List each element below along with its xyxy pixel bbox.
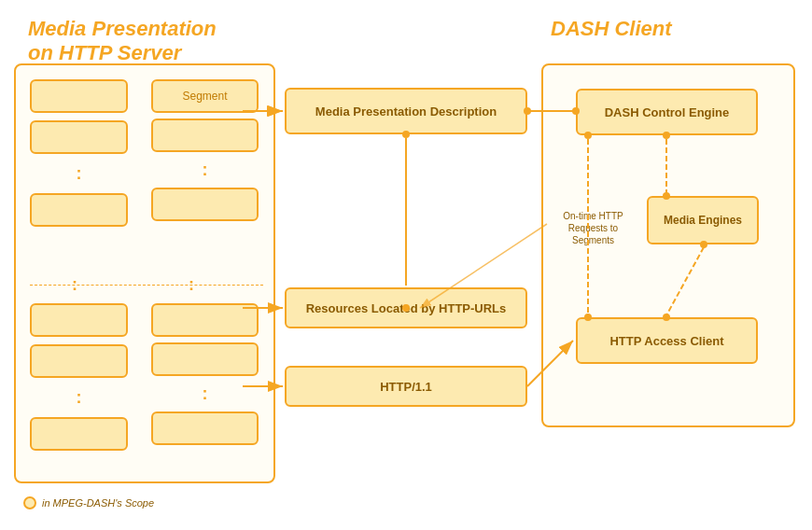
segment-block-r2 [151, 119, 259, 152]
segment-label-box: Segment [151, 79, 259, 113]
segment-block-b2 [30, 344, 128, 378]
server-box: : Segment : : : : : [14, 63, 275, 483]
http11-box: HTTP/1.1 [285, 366, 527, 407]
server-col-right-bottom: : [151, 303, 259, 467]
http-access-box: HTTP Access Client [576, 317, 758, 364]
legend: in MPEG-DASH's Scope [23, 496, 154, 509]
segment-block-b3 [30, 417, 128, 451]
dash-control-box: DASH Control Engine [576, 89, 758, 135]
segment-block-3 [30, 193, 128, 227]
title-right: DASH Client [551, 17, 672, 41]
on-time-text: On-time HTTP Requests to Segments [549, 210, 637, 246]
legend-label: in MPEG-DASH's Scope [42, 497, 154, 509]
segment-block-2 [30, 120, 128, 154]
segment-block-rb3 [151, 411, 259, 445]
legend-circle [23, 496, 36, 509]
server-col-right-top: Segment : [151, 79, 259, 257]
server-divider [30, 285, 263, 286]
media-engines-box: Media Engines [647, 196, 759, 244]
segment-block-b1 [30, 303, 128, 337]
dots-1: : [30, 161, 128, 186]
diagram-container: Media Presentation on HTTP Server DASH C… [0, 0, 812, 530]
dots-between-left: : [72, 275, 77, 295]
segment-block-1 [30, 79, 128, 113]
dots-rb1: : [151, 382, 259, 406]
segment-block-rb2 [151, 342, 259, 376]
dots-r1: : [151, 158, 259, 182]
resources-box: Resources Located by HTTP-URLs [285, 287, 527, 328]
mpd-box: Media Presentation Description [285, 88, 527, 134]
title-left: Media Presentation on HTTP Server [28, 17, 217, 66]
segment-block-rb1 [151, 303, 259, 337]
server-col-left-top: : [30, 79, 128, 257]
dots-between-right: : [189, 275, 194, 295]
server-col-left-bottom: : [30, 303, 128, 467]
dots-b1: : [30, 385, 128, 410]
segment-block-r3 [151, 188, 259, 221]
